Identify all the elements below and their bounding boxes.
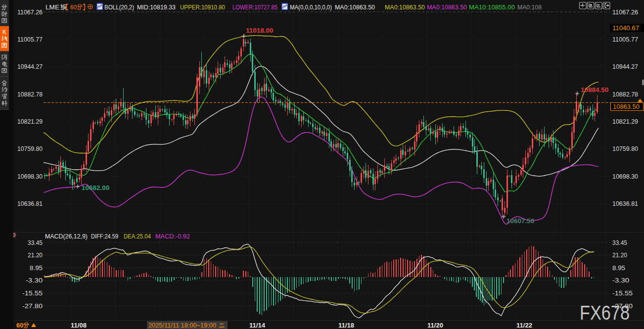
svg-text:MA0:108: MA0:108 [517, 3, 542, 11]
svg-text:10882.78: 10882.78 [612, 91, 638, 98]
svg-text:11005.77: 11005.77 [17, 36, 43, 43]
svg-text:10821.29: 10821.29 [612, 118, 638, 125]
svg-text:LOWER:10727.85: LOWER:10727.85 [232, 3, 277, 11]
svg-text:11/08: 11/08 [71, 322, 87, 329]
svg-text:-3.30: -3.30 [26, 277, 43, 284]
svg-text:11/20: 11/20 [427, 322, 443, 329]
svg-text:8.95: 8.95 [612, 264, 625, 272]
svg-text:33.45: 33.45 [28, 239, 43, 246]
svg-text:11/18: 11/18 [338, 322, 354, 329]
svg-text:10944.27: 10944.27 [17, 63, 43, 70]
svg-text:-15.55: -15.55 [22, 289, 43, 297]
svg-text:60: 60 [16, 322, 23, 329]
svg-text:11040.67: 11040.67 [612, 24, 639, 32]
svg-text:10884.50: 10884.50 [581, 86, 608, 94]
svg-text:10863.50: 10863.50 [613, 103, 640, 110]
svg-text:60: 60 [70, 3, 77, 11]
svg-text:33.45: 33.45 [612, 239, 627, 246]
svg-text:2025/11/11 18:00~19:00: 2025/11/11 18:00~19:00 [148, 322, 216, 329]
svg-text:FX678: FX678 [580, 302, 630, 324]
svg-text:-15.55: -15.55 [612, 289, 633, 297]
svg-text:BOLL(20,2): BOLL(20,2) [104, 3, 134, 11]
svg-text:DEA:25.04: DEA:25.04 [124, 233, 151, 240]
svg-text:MA0:10863.50: MA0:10863.50 [385, 3, 425, 11]
svg-text:10759.80: 10759.80 [17, 145, 43, 152]
svg-text:21.20: 21.20 [612, 251, 627, 259]
svg-text:LME: LME [46, 3, 59, 11]
svg-text:MID:10819.33: MID:10819.33 [137, 3, 176, 11]
svg-text:MACD:-0.92: MACD:-0.92 [155, 233, 190, 240]
svg-text:-3.30: -3.30 [612, 277, 629, 284]
svg-text:8.95: 8.95 [30, 264, 43, 272]
svg-text:MA10:10855.00: MA10:10855.00 [469, 3, 515, 11]
svg-text:MA(0,0,0,10,0,0): MA(0,0,0,10,0,0) [290, 3, 332, 11]
svg-text:10698.30: 10698.30 [17, 173, 43, 180]
svg-text:K: K [2, 29, 6, 36]
svg-text:MACD(26,12,9): MACD(26,12,9) [45, 233, 88, 240]
svg-text:-27.80: -27.80 [22, 302, 43, 310]
svg-text:UPPER:10910.80: UPPER:10910.80 [180, 3, 225, 11]
svg-text:DIFF:24.59: DIFF:24.59 [91, 233, 118, 240]
svg-text:10636.81: 10636.81 [612, 200, 638, 207]
svg-text:10882.78: 10882.78 [17, 91, 43, 98]
svg-text:11018.00: 11018.00 [246, 27, 274, 34]
svg-text:10682.00: 10682.00 [82, 184, 109, 191]
svg-text:MA0:10863.50: MA0:10863.50 [335, 3, 375, 11]
svg-text:11/14: 11/14 [249, 322, 266, 329]
svg-text:11067.26: 11067.26 [612, 8, 638, 16]
svg-text:10607.50: 10607.50 [506, 217, 534, 225]
svg-text:10636.81: 10636.81 [17, 200, 43, 207]
svg-text:10821.29: 10821.29 [17, 118, 43, 125]
svg-text:11/22: 11/22 [516, 322, 532, 329]
svg-text:10944.27: 10944.27 [612, 63, 638, 70]
svg-text:10759.80: 10759.80 [612, 145, 638, 152]
svg-text:10698.30: 10698.30 [612, 173, 638, 180]
svg-text:11067.26: 11067.26 [17, 8, 43, 16]
svg-text:MA0:10863.50: MA0:10863.50 [427, 3, 467, 11]
svg-text:21.20: 21.20 [28, 251, 43, 259]
svg-text:11005.77: 11005.77 [612, 36, 638, 43]
